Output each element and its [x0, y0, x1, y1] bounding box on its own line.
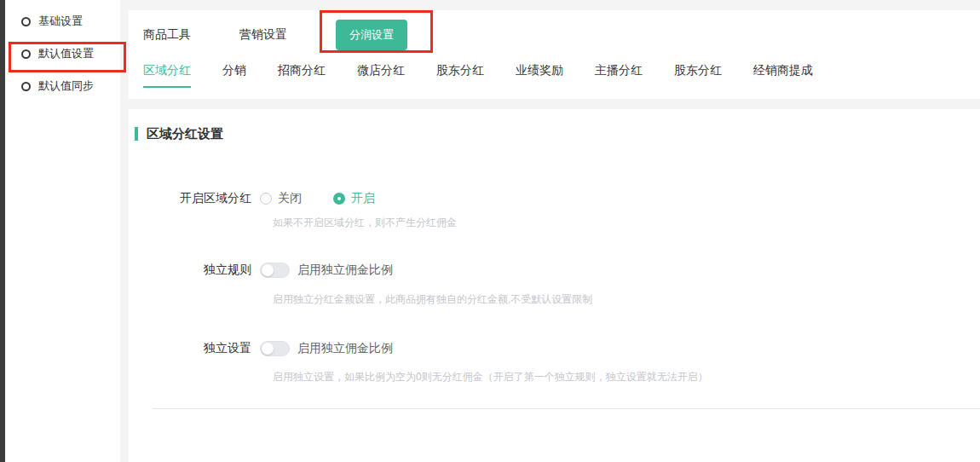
tab-marketing-settings[interactable]: 营销设置	[239, 27, 287, 43]
radio-unchecked-icon[interactable]	[260, 193, 272, 205]
section-title: 区域分红设置	[147, 126, 223, 142]
switch-knob	[262, 343, 274, 355]
sub-tabs: 区域分红 分销 招商分红 微店分红 股东分红 业绩奖励 主播分红 股东分红 经销…	[143, 63, 980, 88]
radio-circle-icon	[21, 49, 31, 59]
form-label: 独立规则	[129, 263, 251, 278]
radio-label: 开启	[351, 191, 375, 206]
toggle-switch-off[interactable]	[260, 341, 290, 356]
form-row-enable-region-dividend: 开启区域分红 关闭 开启	[129, 191, 980, 206]
sidebar-item-default-settings[interactable]: 默认值设置	[5, 38, 120, 70]
sidebar-item-default-sync[interactable]: 默认值同步	[5, 70, 120, 102]
radio-checked-icon[interactable]	[333, 193, 345, 205]
subtab-shareholder-dividend-2[interactable]: 股东分红	[674, 63, 722, 86]
sidebar-item-basic-settings[interactable]: 基础设置	[5, 5, 120, 38]
radio-option-open[interactable]: 开启	[333, 191, 375, 206]
radio-label: 关闭	[278, 191, 302, 206]
subtab-shareholder-dividend[interactable]: 股东分红	[436, 63, 484, 86]
help-text: 如果不开启区域分红，则不产生分红佣金	[273, 216, 980, 230]
help-text: 启用独立设置，如果比例为空为0则无分红佣金（开启了第一个独立规则，独立设置就无法…	[273, 370, 980, 384]
main-tabs: 商品工具 营销设置 分润设置	[143, 10, 980, 60]
sidebar-item-label: 默认值设置	[38, 46, 94, 61]
switch-knob	[262, 264, 274, 276]
tab-profit-settings[interactable]: 分润设置	[336, 20, 407, 50]
radio-circle-icon	[21, 82, 31, 91]
sidebar-item-label: 基础设置	[38, 14, 83, 29]
form-label: 独立设置	[129, 341, 251, 356]
sidebar-item-label: 默认值同步	[38, 78, 94, 94]
subtab-region-dividend[interactable]: 区域分红	[143, 63, 191, 88]
form-row-independent-setting: 独立设置 启用独立佣金比例	[129, 341, 980, 356]
switch-label: 启用独立佣金比例	[297, 263, 393, 278]
sidebar: 基础设置 默认值设置 默认值同步	[5, 0, 120, 462]
subtab-distribution[interactable]: 分销	[222, 63, 246, 86]
settings-panel: 区域分红设置 开启区域分红 关闭 开启 如果不开启区域分红，则不产生分红佣金 独…	[129, 109, 980, 462]
section-bar-icon	[135, 127, 138, 141]
subtab-performance-award[interactable]: 业绩奖励	[516, 63, 563, 86]
radio-option-close[interactable]: 关闭	[260, 191, 302, 206]
toggle-switch-off[interactable]	[260, 263, 290, 278]
subtab-investment-dividend[interactable]: 招商分红	[278, 63, 326, 86]
form-label: 开启区域分红	[129, 191, 251, 206]
section-header: 区域分红设置	[129, 126, 980, 141]
help-text: 启用独立分红金额设置，此商品拥有独自的分红金额,不受默认设置限制	[273, 292, 980, 307]
page: 基础设置 默认值设置 默认值同步 商品工具 营销设置 分润设置 区域分红 分销 …	[0, 0, 980, 462]
divider	[152, 408, 980, 409]
tab-product-tools[interactable]: 商品工具	[143, 27, 191, 43]
tabs-panel: 商品工具 营销设置 分润设置 区域分红 分销 招商分红 微店分红 股东分红 业绩…	[129, 10, 980, 99]
subtab-dealer-commission[interactable]: 经销商提成	[753, 63, 813, 86]
form-row-independent-rule: 独立规则 启用独立佣金比例	[129, 263, 980, 278]
subtab-anchor-dividend[interactable]: 主播分红	[595, 63, 643, 86]
radio-group: 关闭 开启	[260, 191, 375, 206]
subtab-microstore-dividend[interactable]: 微店分红	[357, 63, 405, 86]
switch-label: 启用独立佣金比例	[297, 341, 393, 356]
radio-circle-icon	[21, 17, 31, 26]
